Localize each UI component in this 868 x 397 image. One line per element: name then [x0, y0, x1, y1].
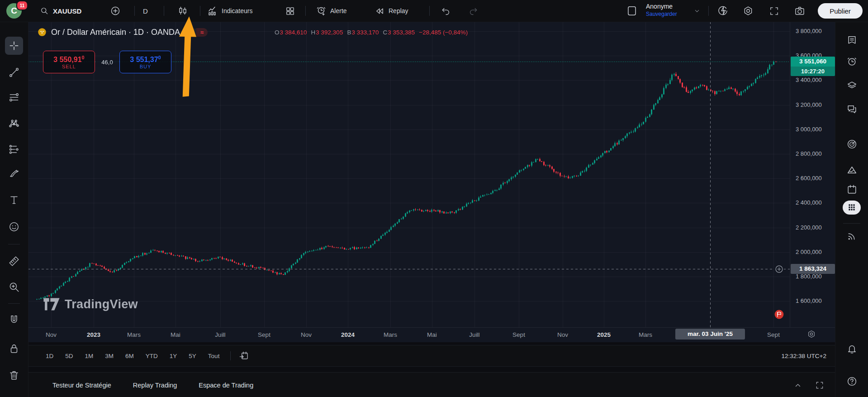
user-menu[interactable]: Anonyme Sauvegarder — [646, 3, 677, 18]
lock-tool-icon[interactable] — [5, 340, 23, 358]
chart-style-button[interactable] — [177, 0, 188, 22]
us-flag-event-icon[interactable] — [773, 309, 785, 320]
drawing-toolbar — [0, 22, 28, 397]
chart-pane[interactable]: Or / Dollar Américain · 1D · OANDA ≈ O3 … — [28, 22, 835, 342]
price-tick: 1 800,000 — [796, 273, 822, 280]
price-tick: 3 200,000 — [796, 101, 822, 108]
redo-button[interactable] — [468, 0, 478, 22]
last-price-label: 3 551,060 10:27:20 — [791, 57, 835, 76]
time-tick: 2025 — [597, 331, 611, 338]
range-3m[interactable]: 3M — [105, 353, 114, 359]
ideas-icon[interactable] — [843, 161, 861, 179]
replay-icon — [375, 6, 385, 16]
apps-grid-icon[interactable] — [843, 198, 861, 216]
price-tick: 3 000,000 — [796, 126, 822, 133]
layers-icon[interactable] — [843, 76, 861, 94]
bar-countdown: 10:27:20 — [791, 67, 835, 76]
symbol-search-value[interactable]: XAUUSD — [53, 7, 81, 15]
range-5d[interactable]: 5D — [65, 353, 73, 359]
time-tick: Nov — [557, 331, 568, 338]
chart-legend: Or / Dollar Américain · 1D · OANDA ≈ — [37, 27, 208, 37]
symbol-title[interactable]: Or / Dollar Américain · 1D · OANDA — [51, 28, 180, 37]
range-1m[interactable]: 1M — [85, 353, 94, 359]
bottom-tab-1[interactable]: Replay Trading — [133, 382, 177, 389]
time-tick: Juill — [469, 331, 479, 338]
xabcd-pattern-tool-icon[interactable] — [5, 115, 23, 133]
layout-menu-chevron[interactable] — [693, 0, 701, 22]
market-open-segment — [184, 29, 196, 36]
crosshair-tool-icon[interactable] — [5, 37, 23, 55]
chat-icon[interactable] — [843, 100, 861, 118]
fib-retracement-tool-icon[interactable] — [5, 88, 23, 106]
trendline-tool-icon[interactable] — [5, 63, 23, 81]
undo-button[interactable] — [441, 0, 451, 22]
publish-label: Publier — [830, 7, 851, 15]
broadcast-icon[interactable] — [843, 227, 861, 245]
ohlc-values: O3 384,610H3 392,305B3 333,170C3 353,385… — [275, 29, 468, 36]
bottom-tab-0[interactable]: Testeur de Stratégie — [52, 382, 111, 389]
timeframe-value: D — [143, 7, 148, 15]
compare-symbol-button[interactable] — [110, 0, 121, 22]
ruler-tool-icon[interactable] — [5, 252, 23, 270]
zoom-in-tool-icon[interactable] — [5, 278, 23, 296]
clock-utc[interactable]: 12:32:38 UTC+2 — [782, 353, 835, 359]
alert-button[interactable]: Alerte — [316, 0, 347, 22]
buy-button[interactable]: 3 551,370 BUY — [119, 51, 171, 73]
fullscreen-button[interactable] — [769, 0, 779, 22]
calendar-icon[interactable] — [843, 180, 861, 198]
crosshair-price-label: 1 863,324 — [791, 264, 835, 274]
fullscreen-icon — [769, 6, 779, 16]
brush-tool-icon[interactable] — [5, 164, 23, 182]
symbol-search[interactable]: XAUUSD — [40, 0, 81, 22]
tradingview-app: C 11 XAUUSD D Indicateurs Alerte — [0, 0, 868, 397]
save-link[interactable]: Sauvegarder — [646, 11, 677, 18]
range-6m[interactable]: 6M — [125, 353, 134, 359]
snapshot-button[interactable] — [794, 0, 805, 22]
range-1d[interactable]: 1D — [46, 353, 53, 359]
bell-icon[interactable] — [843, 340, 861, 358]
tradingview-watermark: TradingView — [43, 297, 138, 311]
range-ytd[interactable]: YTD — [146, 353, 158, 359]
text-tool-icon[interactable] — [5, 191, 23, 209]
notification-badge: 11 — [16, 0, 28, 10]
watchlist-icon[interactable] — [843, 31, 861, 49]
layout-grid-icon — [285, 6, 295, 16]
bottom-tabs-list: Testeur de StratégieReplay TradingEspace… — [28, 382, 253, 389]
forecast-tool-icon[interactable] — [5, 140, 23, 158]
range-1y[interactable]: 1Y — [170, 353, 177, 359]
magnet-tool-icon[interactable] — [5, 311, 23, 329]
sell-button[interactable]: 3 550,910 SELL — [43, 51, 95, 73]
emoji-tool-icon[interactable] — [5, 218, 23, 236]
goto-date-icon[interactable] — [239, 351, 249, 361]
publish-button[interactable]: Publier — [818, 3, 863, 19]
range-5y[interactable]: 5Y — [189, 353, 196, 359]
indicators-button[interactable]: Indicateurs — [207, 0, 252, 22]
layout-templates-button[interactable] — [285, 0, 295, 22]
help-icon[interactable] — [843, 372, 861, 390]
screener-icon[interactable] — [843, 135, 861, 153]
time-tick: Mars — [639, 331, 652, 338]
time-axis-settings-icon[interactable] — [807, 330, 816, 339]
alarm-clock-icon[interactable] — [843, 52, 861, 70]
settings-button[interactable] — [743, 0, 754, 22]
time-tick: Nov — [301, 331, 312, 338]
range-separator — [230, 351, 231, 360]
panel-open-chevron-icon[interactable] — [793, 381, 802, 390]
time-tick: Sept — [767, 331, 780, 338]
candlestick-style-icon — [177, 5, 188, 16]
indicators-label: Indicateurs — [222, 7, 252, 14]
add-alert-plus-icon[interactable] — [774, 264, 784, 274]
range-tout[interactable]: Tout — [208, 353, 220, 359]
sell-label: SELL — [62, 64, 76, 69]
quick-search-button[interactable] — [717, 0, 728, 22]
bottom-tab-2[interactable]: Espace de Trading — [199, 382, 253, 389]
timeframe-button[interactable]: D — [143, 0, 148, 22]
layout-select-button[interactable] — [626, 0, 638, 22]
alert-label: Alerte — [330, 7, 347, 14]
replay-button[interactable]: Replay — [375, 0, 408, 22]
market-status-pill[interactable]: ≈ — [184, 28, 208, 37]
toolbar-separator — [134, 6, 135, 16]
trash-tool-icon[interactable] — [5, 366, 23, 384]
ohlc-pairs: O3 384,610H3 392,305B3 333,170C3 353,385 — [275, 29, 415, 36]
panel-maximize-icon[interactable] — [815, 381, 824, 390]
